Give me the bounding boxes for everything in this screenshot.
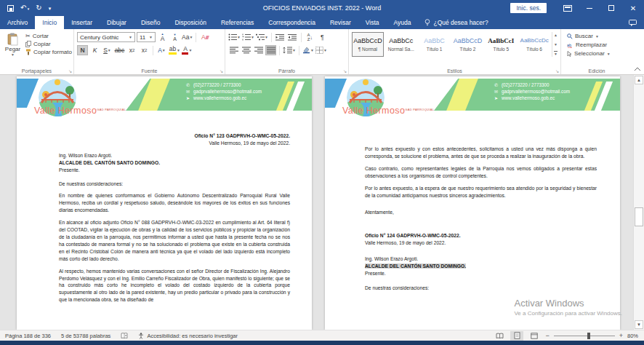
tab-dibujar[interactable]: Dibujar — [100, 16, 134, 29]
tell-me-box[interactable]: ¿Qué desea hacer? — [419, 16, 494, 29]
undo-icon[interactable]: ↶ ▾ — [20, 4, 29, 12]
subscript-button[interactable]: x2 — [126, 45, 137, 55]
group-label-fuente: Fuente — [74, 68, 225, 74]
format-painter-label: Copiar formato — [33, 49, 72, 55]
print-layout-icon[interactable] — [510, 331, 523, 341]
brand-name-text: Valle Hermoso — [342, 106, 405, 116]
replace-button[interactable]: ab Reemplazar — [567, 41, 627, 48]
align-right-button[interactable] — [253, 45, 264, 55]
style-normal[interactable]: AaBbCcD ¶ Normal — [352, 32, 384, 57]
style-normal-preview: AaBbCcD — [353, 37, 382, 45]
show-marks-button[interactable]: ¶ — [317, 32, 328, 42]
save-icon[interactable] — [7, 5, 14, 12]
tab-correspondencia[interactable]: Correspondencia — [261, 16, 323, 29]
sign-in-button[interactable]: Inic. ses. — [510, 3, 547, 13]
superscript-button[interactable]: x2 — [139, 45, 150, 55]
paste-button[interactable]: Pegar ▼ — [3, 31, 23, 57]
tab-insertar[interactable]: Insertar — [64, 16, 100, 29]
web-layout-icon[interactable] — [528, 331, 541, 341]
zoom-in-icon[interactable]: + — [619, 332, 623, 339]
tab-disposicion[interactable]: Disposición — [167, 16, 213, 29]
estilos-dialog-launcher-icon[interactable]: ↘ — [555, 68, 559, 74]
tab-inicio[interactable]: Inicio — [35, 16, 64, 29]
grow-font-button[interactable]: ▲A — [157, 32, 168, 42]
align-center-button[interactable] — [241, 45, 251, 55]
decrease-indent-button[interactable] — [275, 32, 286, 42]
portapapeles-dialog-launcher-icon[interactable]: ↘ — [68, 68, 72, 74]
page-indicator[interactable]: Página 188 de 336 — [0, 333, 56, 339]
scroll-down-icon[interactable]: ▼ — [635, 320, 643, 329]
underline-button[interactable]: S▼ — [102, 45, 113, 55]
align-left-button[interactable] — [228, 45, 239, 55]
zoom-slider[interactable] — [554, 336, 615, 336]
style-normal-sa[interactable]: AaBbCc Normal Sa... — [385, 32, 417, 57]
sort-button[interactable]: AZ↓ — [305, 32, 315, 42]
highlight-label: ab — [169, 46, 176, 52]
highlight-color-button[interactable]: ab▼ — [169, 45, 180, 55]
styles-scroll-up-icon[interactable]: ▲ — [554, 33, 558, 37]
font-name-combobox[interactable]: Century Gothic▼ — [77, 32, 135, 42]
style-titulo-2[interactable]: AaBbCcD Título 2 — [452, 32, 484, 57]
scroll-up-icon[interactable]: ▲ — [635, 76, 643, 84]
close-button[interactable]: ✕ — [622, 0, 644, 16]
parrafo-dialog-launcher-icon[interactable]: ↘ — [343, 68, 347, 74]
multilevel-list-button[interactable]: ▼ — [256, 32, 268, 42]
page-left-body[interactable]: Oficio N° 123 GADPRVH-O-WMC-05-2022. Val… — [17, 132, 312, 304]
page-left[interactable]: ✆(02)2773220 / 2773300 ✉gadprvallehermos… — [17, 76, 312, 330]
tab-ayuda[interactable]: Ayuda — [387, 16, 419, 29]
style-titulo-1[interactable]: AaBbC Título 1 — [419, 32, 451, 57]
style-titulo-5[interactable]: AaBbCcI Título 5 — [485, 32, 517, 57]
collapse-ribbon-icon[interactable] — [634, 66, 641, 73]
redo-icon[interactable]: ↻ — [36, 4, 41, 12]
font-size-combobox[interactable]: 11▼ — [137, 32, 156, 42]
cut-button[interactable]: ✂ Cortar — [25, 33, 72, 39]
tab-referencias[interactable]: Referencias — [214, 16, 261, 29]
italic-button[interactable]: K — [89, 45, 100, 55]
vertical-scrollbar[interactable]: ▲ ▼ — [633, 75, 644, 330]
tab-vista[interactable]: Vista — [358, 16, 387, 29]
text-effects-button[interactable]: A▼ — [156, 45, 167, 55]
word-count[interactable]: 5 de 53788 palabras — [56, 333, 116, 339]
copy-button[interactable]: Copiar — [25, 41, 72, 47]
shrink-font-button[interactable]: ▼A — [169, 32, 180, 42]
proofing-status[interactable] — [116, 333, 133, 339]
font-color-button[interactable]: A▼ — [182, 45, 193, 55]
qat-customize-icon[interactable]: ▾ — [49, 6, 52, 11]
scrollbar-thumb[interactable] — [635, 207, 643, 226]
page-right-body[interactable]: Por lo antes expuesto y con estos antece… — [325, 146, 620, 292]
fuente-dialog-launcher-icon[interactable]: ↘ — [220, 68, 223, 74]
select-button[interactable]: Seleccionar▼ — [567, 50, 627, 57]
change-case-button[interactable]: Aa▼ — [182, 32, 193, 42]
read-mode-icon[interactable] — [493, 331, 506, 341]
bullets-button[interactable]: ▼ — [228, 32, 241, 42]
styles-more-icon[interactable]: ▼ — [554, 51, 558, 56]
zoom-slider-thumb[interactable] — [587, 333, 590, 339]
zoom-percentage[interactable]: 80% — [627, 333, 638, 339]
style-titulo-6[interactable]: AaBbCcDc Título 6 — [518, 32, 550, 57]
format-painter-icon — [25, 49, 31, 55]
zoom-out-icon[interactable]: − — [545, 332, 549, 339]
restore-button[interactable] — [600, 0, 622, 16]
ribbon-display-options-icon[interactable] — [557, 0, 579, 16]
styles-scroll-down-icon[interactable]: ▼ — [554, 42, 558, 47]
justify-button[interactable] — [265, 45, 276, 55]
borders-button[interactable]: ▼ — [315, 45, 327, 55]
page-right[interactable]: ✆(02)2773220 / 2773300 ✉gadprvallehermos… — [325, 76, 620, 330]
comments-icon[interactable] — [629, 20, 637, 26]
line-spacing-button[interactable]: ▼ — [283, 45, 296, 55]
bold-button[interactable]: N — [77, 45, 88, 55]
strikethrough-button[interactable]: abc — [114, 45, 125, 55]
tab-archivo[interactable]: Archivo — [0, 16, 35, 29]
document-canvas[interactable]: ✆(02)2773220 / 2773300 ✉gadprvallehermos… — [0, 75, 644, 330]
numbering-button[interactable]: ▼ — [242, 32, 254, 42]
shading-button[interactable]: ▼ — [302, 45, 314, 55]
find-label: Buscar — [575, 33, 593, 39]
find-button[interactable]: Buscar▼ — [567, 33, 627, 39]
tab-revisar[interactable]: Revisar — [323, 16, 358, 29]
clear-formatting-button[interactable]: A — [199, 32, 210, 42]
accessibility-status[interactable]: Accesibilidad: es necesario investigar — [133, 333, 243, 339]
minimize-button[interactable] — [579, 0, 600, 16]
format-painter-button[interactable]: Copiar formato — [25, 49, 72, 55]
tab-diseno[interactable]: Diseño — [134, 16, 167, 29]
increase-indent-button[interactable] — [287, 32, 298, 42]
